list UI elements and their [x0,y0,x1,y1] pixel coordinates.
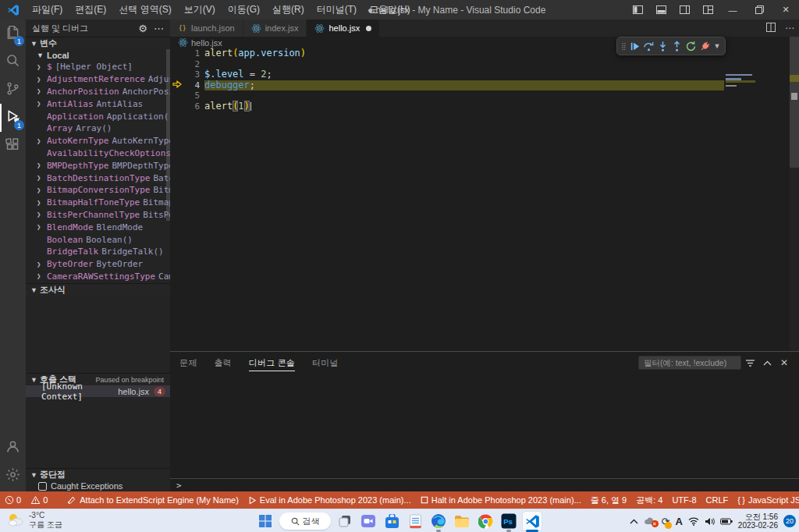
close-button[interactable]: ✕ [772,0,799,20]
code-line-4[interactable]: 4debugger; [170,80,799,91]
variable-row[interactable]: ❯AnchorPositionAnchorPosition [26,86,170,98]
taskbar-app-chat[interactable] [359,512,378,530]
tab-index.jsx[interactable]: index.jsx [243,20,307,37]
variable-row[interactable]: ❯BlendModeBlendMode [26,221,170,233]
activity-item-run-debug[interactable]: 1 [0,104,26,132]
toggle-sidebar-icon[interactable] [626,0,649,20]
breakpoint-row[interactable]: Caught Exceptions [26,481,170,491]
checkbox-unchecked-icon[interactable] [38,482,47,491]
variable-row[interactable]: ❯AdjustmentReferenceAdjustme… [26,73,170,86]
cursor-position-status[interactable]: 줄 6, 열 9 [586,491,631,509]
restore-button[interactable] [746,0,772,20]
scope-local[interactable]: ▼ Local [26,49,170,61]
variables-section-header[interactable]: ▼ 변수 [26,37,170,49]
encoding-status[interactable]: UTF-8 [667,491,701,509]
variable-row[interactable]: ArrayArray() [26,122,170,135]
activity-item-search[interactable] [0,48,26,76]
start-button[interactable] [256,512,275,530]
taskbar-app-photoshop[interactable]: Ps [499,512,518,530]
watch-section-header[interactable]: ▼ 조사식 [26,283,170,296]
taskbar-app-task-view[interactable] [336,512,354,530]
variable-row[interactable]: ❯CameraRAWSettingsTypeCamera… [26,271,170,283]
variable-row[interactable]: ❯BatchDestinationTypeBatchDe… [26,172,170,184]
debug-console-output[interactable] [170,374,799,478]
minimize-button[interactable]: — [719,0,746,20]
activity-item-settings[interactable] [0,462,26,490]
restart-button[interactable] [684,38,698,54]
tab-hello.jsx[interactable]: hello.jsx [307,20,380,37]
panel-tab-2[interactable]: 디버그 콘솔 [249,353,295,373]
toolbar-drag-handle[interactable]: ⣿ [620,42,627,50]
call-stack-frame[interactable]: [Unknown Context]hello.jsx4 [26,385,170,397]
launch-config-gear-icon[interactable]: ⚙ [138,23,147,34]
menu-3[interactable]: 보기(V) [178,0,222,20]
activity-item-explorer[interactable]: 1 [0,20,26,48]
variable-row[interactable]: ❯BMPDepthTypeBMPDepthType [26,159,170,172]
variable-row[interactable]: AvailabilityCheckOptionsAva… [26,147,170,160]
code-line-3[interactable]: 3$.level = 2; [170,69,799,80]
indentation-status[interactable]: 공백: 4 [631,491,667,509]
onedrive-error-icon[interactable]: ✕ [644,516,656,526]
problems-status[interactable]: 0 0 [0,491,62,509]
customize-layout-icon[interactable] [696,0,719,20]
variable-row[interactable]: BridgeTalkBridgeTalk() [26,246,170,258]
menu-0[interactable]: 파일(F) [26,0,69,20]
variable-row[interactable]: ❯AntiAliasAntiAlias [26,98,170,110]
taskbar-app-notepad[interactable] [406,512,424,530]
disconnect-button[interactable] [698,38,712,54]
views-more-icon[interactable]: ⋯ [154,23,164,34]
ime-korean-icon[interactable]: A [675,516,682,527]
eol-status[interactable]: CRLF [701,491,733,509]
breakpoints-section-header[interactable]: ▼ 중단점 [26,468,170,481]
taskbar-app-file-explorer[interactable] [453,512,471,530]
panel-tab-3[interactable]: 터미널 [312,353,339,373]
taskbar-app-store[interactable] [382,512,401,530]
variable-row[interactable]: BooleanBoolean() [26,233,170,246]
menu-4[interactable]: 이동(G) [222,0,266,20]
taskbar-app-chrome[interactable] [476,512,495,530]
panel-tab-0[interactable]: 문제 [179,353,197,373]
wifi-icon[interactable] [688,517,699,526]
weather-widget[interactable]: -3°C구름 조금 [6,511,62,530]
filter-lines-icon[interactable] [741,359,758,367]
tray-chevron-up-icon[interactable] [630,519,638,524]
toggle-secondary-sidebar-icon[interactable] [673,0,696,20]
editor-more-actions-icon[interactable]: ⋯ [780,23,799,34]
tab-launch.json[interactable]: {}launch.json [170,20,243,37]
continue-button[interactable] [627,38,641,54]
volume-icon[interactable] [705,517,715,526]
dirty-dot-icon[interactable] [366,26,371,31]
variable-row[interactable]: ❯AutoKernTypeAutoKernType [26,135,170,147]
activity-item-source-control[interactable] [0,76,26,104]
eval-task-status[interactable]: Eval in Adobe Photoshop 2023 (main)... [243,491,416,509]
code-line-5[interactable]: 5 [170,90,799,101]
notification-count-badge[interactable]: 20 [783,515,796,527]
attach-debugger-status[interactable]: Attach to ExtendScript Engine (My Name) [62,491,243,509]
toolbar-more-icon[interactable]: ▼ [712,42,723,50]
variable-row[interactable]: ❯BitmapConversionTypeBitmapC… [26,184,170,197]
menu-6[interactable]: 터미널(T) [311,0,363,20]
taskbar-search[interactable]: 검색 [279,512,331,530]
toggle-panel-icon[interactable] [649,0,673,20]
close-panel-icon[interactable]: ✕ [776,357,793,368]
code-line-6[interactable]: 6alert(1) [170,101,799,112]
editor-scrollbar[interactable] [790,37,799,351]
taskbar-app-vscode[interactable] [523,512,542,530]
variable-row[interactable]: ❯ByteOrderByteOrder [26,258,170,271]
step-into-button[interactable] [655,38,669,54]
activity-item-account[interactable] [0,434,26,462]
split-editor-icon[interactable] [762,23,780,34]
menu-1[interactable]: 편집(E) [69,0,112,20]
variable-row[interactable]: ApplicationApplication() [26,110,170,122]
variable-row[interactable]: ❯BitsPerChannelTypeBitsPerCh… [26,209,170,222]
taskbar-app-edge[interactable] [429,512,448,530]
activity-item-extensions[interactable] [0,132,26,160]
variable-row[interactable]: ❯$[Helper Object] [26,61,170,73]
battery-icon[interactable] [720,518,733,525]
halt-task-status[interactable]: Halt in Adobe Photoshop 2023 (main)... [416,491,586,509]
sync-icon[interactable]: ⟳ [662,516,670,527]
maximize-panel-icon[interactable] [758,360,776,366]
step-out-button[interactable] [669,38,684,54]
code-editor[interactable]: 1alert(app.version)23$.level = 2;4debugg… [170,48,799,351]
console-filter-input[interactable] [638,356,741,370]
